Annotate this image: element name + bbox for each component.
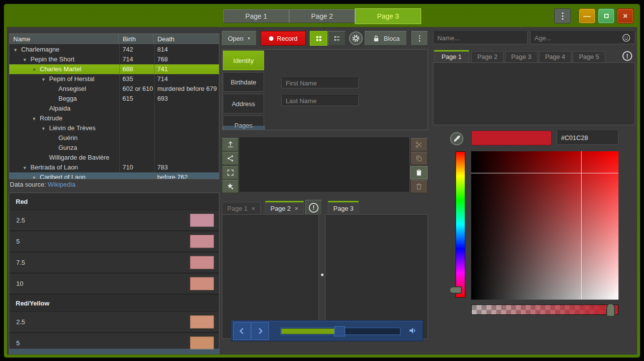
- fullscreen-button[interactable]: [222, 166, 239, 179]
- expander-icon[interactable]: ▼: [32, 173, 40, 179]
- last-name-input[interactable]: [281, 95, 359, 106]
- titlebar-tab-page1[interactable]: Page 1: [223, 9, 289, 23]
- copy-button[interactable]: [410, 152, 428, 165]
- tab-address[interactable]: Address: [223, 94, 264, 113]
- hue-slider[interactable]: [456, 151, 465, 298]
- record-button[interactable]: Record: [261, 31, 306, 46]
- expander-icon[interactable]: ▼: [13, 45, 21, 55]
- expander-icon[interactable]: ▼: [23, 55, 30, 64]
- tree-row[interactable]: ▼Liévin de Trèves: [9, 123, 219, 133]
- horizontal-scroll-indicator[interactable]: [9, 349, 219, 354]
- paste-button[interactable]: [410, 166, 428, 179]
- tree-row[interactable]: Willigarde de Bavière: [9, 153, 219, 163]
- open-button[interactable]: Open ▼: [222, 31, 257, 46]
- list-item[interactable]: 2.5: [9, 210, 219, 231]
- tree-row[interactable]: Ansegisel 602 or 610 murdered before 679: [9, 84, 219, 94]
- tree-row-inactive-selected[interactable]: ▼Caribert of Laon before 762: [9, 172, 219, 179]
- column-header-death[interactable]: Death: [154, 34, 219, 45]
- eyedropper-button[interactable]: [450, 132, 463, 145]
- doc-tab-page1[interactable]: Page 1 ×: [222, 202, 261, 215]
- death-value: [154, 113, 219, 123]
- alpha-slider-handle[interactable]: [606, 303, 615, 317]
- hex-color-input[interactable]: [557, 131, 618, 145]
- alpha-slider[interactable]: [471, 305, 618, 315]
- doc-tab-page3[interactable]: Page 3: [328, 201, 359, 215]
- maximize-button[interactable]: [598, 8, 615, 24]
- content-area: Name Birth Death ▼Charlemagne 742 814 ▼P…: [7, 27, 637, 355]
- cut-button[interactable]: [410, 138, 428, 151]
- expander-icon[interactable]: ▼: [32, 114, 40, 123]
- settings-button[interactable]: [349, 31, 363, 45]
- next-button[interactable]: [251, 322, 269, 340]
- tree-row[interactable]: ▼Charlemagne 742 814: [9, 45, 219, 55]
- minimize-button[interactable]: —: [579, 8, 595, 24]
- list-item[interactable]: 10: [9, 274, 219, 295]
- rp-tab-page2[interactable]: Page 2: [471, 51, 504, 63]
- tab-birthdate[interactable]: Birthdate: [223, 72, 264, 92]
- doc-tab-page2[interactable]: Page 2 ×: [265, 201, 304, 215]
- expander-icon[interactable]: ▼: [23, 163, 30, 172]
- list-item[interactable]: 7.5: [9, 252, 219, 274]
- grid-view-button[interactable]: [310, 31, 327, 46]
- column-header-name[interactable]: Name: [9, 34, 119, 45]
- tree-row[interactable]: ▼Pepin of Herstal 635 714: [9, 74, 219, 84]
- wikipedia-link[interactable]: Wikipedia: [48, 181, 75, 188]
- saturation-value-square[interactable]: [471, 151, 618, 300]
- titlebar-tab-page2[interactable]: Page 2: [289, 9, 355, 23]
- lock-button[interactable]: Bloca: [365, 31, 407, 46]
- progress-slider[interactable]: [280, 328, 401, 335]
- tree-header: Name Birth Death: [9, 34, 219, 45]
- family-tree-table[interactable]: Name Birth Death ▼Charlemagne 742 814 ▼P…: [9, 33, 219, 179]
- tab-identity[interactable]: Identity: [223, 51, 264, 70]
- tree-row[interactable]: Alpaida: [9, 104, 219, 113]
- first-name-input[interactable]: [281, 78, 359, 88]
- expander-icon[interactable]: ▼: [41, 75, 49, 84]
- warning-icon[interactable]: !: [622, 51, 632, 61]
- hue-list[interactable]: Red 2.5 5 7.5 10 Red/Yellow 2.5: [9, 193, 219, 354]
- star-add-button[interactable]: [222, 180, 239, 193]
- expander-icon[interactable]: ▼: [41, 124, 49, 133]
- color-swatch: [190, 277, 214, 290]
- tree-row[interactable]: ▼Bertrada of Laon 710 783: [9, 163, 219, 172]
- prev-button[interactable]: [233, 322, 251, 340]
- tab-warning-button[interactable]: !: [305, 200, 322, 215]
- birth-value: [119, 143, 154, 153]
- age-input[interactable]: [530, 31, 635, 44]
- rp-tab-page1[interactable]: Page 1: [434, 50, 469, 63]
- grid-view-icon: [315, 34, 323, 43]
- list-view-button[interactable]: [328, 31, 346, 46]
- tree-row[interactable]: Guérin: [9, 133, 219, 143]
- column-header-birth[interactable]: Birth: [119, 34, 154, 45]
- slider-handle[interactable]: [334, 326, 345, 336]
- tree-row[interactable]: ▼Rotrude: [9, 113, 219, 123]
- color-swatch: [190, 214, 214, 227]
- rp-tab-page5[interactable]: Page 5: [573, 51, 605, 63]
- name-input[interactable]: [433, 31, 528, 44]
- rp-tab-page4[interactable]: Page 4: [539, 51, 571, 63]
- upload-button[interactable]: [222, 138, 239, 151]
- delete-button[interactable]: [410, 180, 428, 193]
- hue-slider-handle[interactable]: [449, 286, 462, 294]
- tree-row-selected[interactable]: ▼Charles Martel 688 741: [9, 64, 219, 74]
- close-tab-icon[interactable]: ×: [295, 205, 298, 212]
- volume-button[interactable]: [408, 326, 418, 335]
- titlebar-tab-page3[interactable]: Page 3: [355, 8, 421, 24]
- close-tab-icon[interactable]: ×: [251, 205, 255, 212]
- share-button[interactable]: [222, 152, 239, 165]
- tree-row[interactable]: ▼Pepin the Short 714 768: [9, 55, 219, 64]
- toolbar-menu-button[interactable]: ⋮: [411, 31, 428, 46]
- close-button[interactable]: ×: [617, 8, 634, 24]
- list-section-header: Red/Yellow: [9, 295, 219, 312]
- rp-tab-page3[interactable]: Page 3: [505, 51, 537, 63]
- list-item[interactable]: 5: [9, 231, 219, 252]
- list-item[interactable]: 2.5: [9, 312, 219, 333]
- current-color-swatch: [471, 131, 552, 145]
- emoji-button[interactable]: [621, 33, 631, 43]
- expander-icon[interactable]: ▼: [32, 65, 40, 74]
- splitter-handle[interactable]: [321, 274, 323, 276]
- column-separator: [119, 45, 120, 179]
- person-form-panel: Identity Birthdate Address Pages: [222, 49, 428, 130]
- tree-row[interactable]: Begga 615 693: [9, 94, 219, 104]
- window-menu-button[interactable]: ⋮: [554, 8, 571, 24]
- tree-row[interactable]: Gunza: [9, 143, 219, 153]
